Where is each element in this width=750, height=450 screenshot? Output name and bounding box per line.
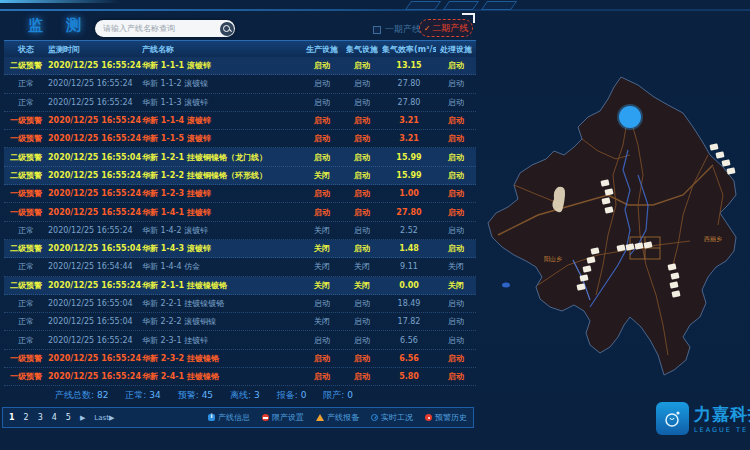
phase2-label: 二期产线 [432, 22, 468, 35]
cell-time: 2020/12/25 16:55:24 [48, 336, 142, 345]
table-row[interactable]: 一级预警2020/12/25 16:55:24华新 1-4-1 挂镀锌启动启动2… [4, 203, 476, 221]
table-row[interactable]: 正常2020/12/25 16:55:04华新 2-2-2 滚镀铜镍关闭启动17… [4, 313, 476, 331]
map-place-label: 阳山乡 [544, 255, 562, 263]
cell-gas: 启动 [342, 225, 382, 236]
cell-prod: 启动 [302, 152, 342, 163]
cell-status: 一级预警 [4, 115, 48, 126]
legend-item-line-report[interactable]: 产线报备 [316, 412, 359, 423]
phase1-label: 一期产线 [385, 23, 421, 36]
table-row[interactable]: 正常2020/12/25 16:55:24华新 1-4-2 滚镀锌关闭启动2.5… [4, 222, 476, 240]
cell-eff: 3.21 [382, 116, 436, 125]
table-row[interactable]: 一级预警2020/12/25 16:55:24华新 1-2-3 挂镀锌启动启动1… [4, 185, 476, 203]
table-row[interactable]: 二级预警2020/12/25 16:55:04华新 1-4-3 滚镀锌关闭启动1… [4, 240, 476, 258]
search-box [95, 20, 235, 37]
table-row[interactable]: 二级预警2020/12/25 16:55:04华新 1-2-1 挂镀铜镍铬（龙门… [4, 148, 476, 166]
cell-gas: 关闭 [342, 261, 382, 272]
facility-marker[interactable] [726, 167, 735, 175]
legend-item-line-info[interactable]: 产线信息 [208, 412, 250, 423]
page-number[interactable]: 2 [24, 413, 29, 422]
check-icon: ✓ [424, 24, 431, 33]
facility-marker[interactable] [715, 151, 724, 159]
column-header: 产线名称 [142, 44, 302, 55]
cell-prod: 关闭 [302, 316, 342, 327]
summary-item: 正常: 34 [125, 389, 160, 402]
summary-item: 产线总数: 82 [55, 389, 108, 402]
facility-marker[interactable] [721, 159, 730, 167]
table-header: 状态监测时间产线名称生产设施集气设施集气效率(m³/s)处理设施 [4, 40, 476, 57]
cell-status: 一级预警 [4, 133, 48, 144]
table-body: 二级预警2020/12/25 16:55:24华新 1-1-1 滚镀锌启动启动1… [4, 57, 476, 386]
cell-name: 华新 1-1-4 滚镀锌 [142, 115, 302, 126]
map-lake [502, 283, 510, 288]
table-row[interactable]: 一级预警2020/12/25 16:55:24华新 1-1-4 滚镀锌启动启动3… [4, 112, 476, 130]
legend-item-limit-settings[interactable]: 限产设置 [262, 412, 304, 423]
cell-treat: 启动 [436, 298, 476, 309]
cell-prod: 关闭 [302, 280, 342, 291]
table-row[interactable]: 一级预警2020/12/25 16:55:24华新 2-3-2 挂镀镍铬启动启动… [4, 350, 476, 368]
district-map[interactable]: 阳山乡西丽乡 [478, 55, 750, 395]
cell-status: 正常 [4, 225, 48, 236]
table-row[interactable]: 正常2020/12/25 16:55:24华新 2-3-1 挂镀锌启动启动6.5… [4, 331, 476, 349]
cell-time: 2020/12/25 16:55:24 [48, 354, 142, 363]
table-row[interactable]: 二级预警2020/12/25 16:55:24华新 1-1-1 滚镀锌启动启动1… [4, 57, 476, 75]
cell-prod: 启动 [302, 207, 342, 218]
cell-gas: 启动 [342, 60, 382, 71]
cell-gas: 启动 [342, 115, 382, 126]
legend-item-realtime-status[interactable]: 实时工况 [371, 412, 413, 423]
cell-eff: 1.48 [382, 244, 436, 253]
table-row[interactable]: 一级预警2020/12/25 16:55:24华新 1-1-5 滚镀锌启动启动3… [4, 130, 476, 148]
cell-status: 二级预警 [4, 280, 48, 291]
summary-item: 预警: 45 [178, 389, 213, 402]
page-number[interactable]: 5 [66, 413, 71, 422]
facility-marker[interactable] [709, 143, 718, 151]
cell-treat: 启动 [436, 133, 476, 144]
cell-eff: 2.52 [382, 226, 436, 235]
cell-eff: 27.80 [382, 79, 436, 88]
cell-status: 二级预警 [4, 60, 48, 71]
cell-treat: 启动 [436, 225, 476, 236]
cell-status: 二级预警 [4, 243, 48, 254]
cell-name: 华新 1-1-1 滚镀锌 [142, 60, 302, 71]
page-number[interactable]: 4 [52, 413, 57, 422]
cell-time: 2020/12/25 16:55:04 [48, 244, 142, 253]
cluster-marker[interactable] [619, 106, 641, 128]
table-row[interactable]: 二级预警2020/12/25 16:55:24华新 1-2-2 挂镀铜镍铬（环形… [4, 167, 476, 185]
cell-prod: 启动 [302, 335, 342, 346]
page-number[interactable]: 1 [9, 413, 15, 422]
table-row[interactable]: 正常2020/12/25 16:55:24华新 1-1-3 滚镀锌启动启动27.… [4, 94, 476, 112]
cell-prod: 关闭 [302, 225, 342, 236]
cell-gas: 启动 [342, 170, 382, 181]
cell-treat: 启动 [436, 371, 476, 382]
cell-time: 2020/12/25 16:55:24 [48, 189, 142, 198]
column-header: 集气效率(m³/s) [382, 44, 436, 55]
search-icon[interactable] [220, 22, 234, 36]
company-logo: 力嘉科技 LEAGUE TE [656, 402, 750, 435]
table-row[interactable]: 正常2020/12/25 16:55:04华新 2-2-1 挂镀镍镀铬启动启动1… [4, 295, 476, 313]
cell-prod: 关闭 [302, 261, 342, 272]
search-input[interactable] [103, 24, 220, 33]
table-row[interactable]: 正常2020/12/25 16:54:44华新 1-4-4 仿金关闭关闭9.11… [4, 258, 476, 276]
cell-prod: 启动 [302, 298, 342, 309]
cell-eff: 0.00 [382, 281, 436, 290]
page-number[interactable]: 3 [38, 413, 43, 422]
cell-eff: 27.80 [382, 98, 436, 107]
cell-status: 一级预警 [4, 353, 48, 364]
cell-treat: 启动 [436, 207, 476, 218]
phase1-checkbox[interactable]: 一期产线 [373, 23, 421, 36]
table-row[interactable]: 二级预警2020/12/25 16:55:24华新 2-1-1 挂镀镍镀铬关闭关… [4, 277, 476, 295]
legend: 产线信息限产设置产线报备实时工况预警历史 [208, 412, 467, 423]
cell-status: 正常 [4, 335, 48, 346]
cell-prod: 关闭 [302, 170, 342, 181]
table-row[interactable]: 一级预警2020/12/25 16:55:24华新 2-4-1 挂镀镍铬启动启动… [4, 368, 476, 386]
cell-gas: 启动 [342, 353, 382, 364]
next-page-button[interactable]: ▶ [80, 414, 85, 422]
legend-item-alarm-history[interactable]: 预警历史 [425, 412, 467, 423]
cell-prod: 启动 [302, 97, 342, 108]
table-row[interactable]: 正常2020/12/25 16:55:24华新 1-1-2 滚镀镍启动启动27.… [4, 75, 476, 93]
legend-label: 产线信息 [218, 412, 250, 423]
last-page-button[interactable]: Last▶ [94, 414, 114, 422]
legend-label: 限产设置 [272, 412, 304, 423]
summary-bar: 产线总数: 82正常: 34预警: 45离线: 3报备: 0限产: 0 [55, 389, 475, 402]
cell-name: 华新 1-4-2 滚镀锌 [142, 225, 302, 236]
summary-label: 产线总数: [55, 390, 97, 400]
